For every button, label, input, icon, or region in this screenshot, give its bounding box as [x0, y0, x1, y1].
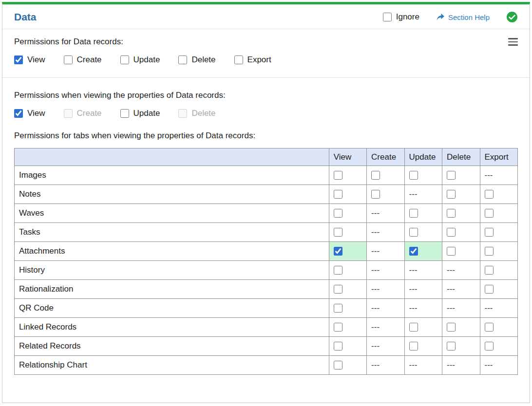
- table-corner-cell: [15, 148, 329, 166]
- cell-waves-update: [404, 204, 442, 223]
- cell-rationalization-update: ---: [404, 280, 442, 299]
- rationalization-export-checkbox[interactable]: [485, 285, 494, 294]
- waves-delete-checkbox[interactable]: [447, 209, 456, 218]
- row-label-related-records: Related Records: [15, 337, 329, 356]
- row-label-qr-code: QR Code: [15, 299, 329, 318]
- tasks-update-checkbox[interactable]: [409, 228, 418, 237]
- cell-qr-code-create: ---: [367, 299, 404, 318]
- notes-view-checkbox[interactable]: [334, 190, 342, 199]
- export-checkbox[interactable]: [234, 55, 243, 64]
- table-row-rationalization: Rationalization---------: [15, 280, 518, 299]
- attachments-export-checkbox[interactable]: [485, 247, 494, 256]
- cell-linked-records-delete: [442, 318, 480, 337]
- column-header-delete: Delete: [442, 148, 480, 166]
- records-permissions-row: Permissions for Data records:: [14, 37, 518, 47]
- permission-update[interactable]: Update: [120, 109, 160, 118]
- cell-linked-records-export: [480, 318, 518, 337]
- linked-records-update-checkbox[interactable]: [409, 323, 418, 332]
- tab-permissions-label: Permissions for tabs when viewing the pr…: [14, 131, 518, 141]
- cell-notes-view: [329, 185, 366, 204]
- create-checkbox[interactable]: [64, 55, 73, 64]
- table-row-tasks: Tasks---: [15, 223, 518, 242]
- cell-attachments-view: [329, 242, 366, 261]
- cell-tasks-delete: [442, 223, 480, 242]
- ignore-checkbox[interactable]: [383, 13, 392, 21]
- cell-attachments-create: ---: [367, 242, 404, 261]
- cell-waves-export: [480, 204, 518, 223]
- attachments-update-checkbox[interactable]: [409, 247, 418, 256]
- column-header-view: View: [329, 148, 366, 166]
- linked-records-delete-checkbox[interactable]: [447, 323, 456, 332]
- panel-header: Data Ignore Section Help: [2, 4, 530, 29]
- column-header-update: Update: [404, 148, 442, 166]
- view-checkbox[interactable]: [14, 109, 23, 118]
- cell-linked-records-create: ---: [367, 318, 404, 337]
- cell-notes-export: [480, 185, 518, 204]
- notes-export-checkbox[interactable]: [485, 190, 494, 199]
- update-checkbox-label: Update: [133, 55, 160, 65]
- row-label-attachments: Attachments: [15, 242, 329, 261]
- related-records-update-checkbox[interactable]: [409, 342, 418, 351]
- cell-notes-delete: [442, 185, 480, 204]
- cell-relationship-chart-update: ---: [404, 356, 442, 375]
- history-export-checkbox[interactable]: [485, 266, 494, 275]
- data-permissions-panel: Data Ignore Section Help Permission: [2, 2, 530, 403]
- table-row-qr-code: QR Code------------: [15, 299, 518, 318]
- linked-records-export-checkbox[interactable]: [485, 323, 494, 332]
- section-menu-icon[interactable]: [508, 37, 518, 47]
- notes-delete-checkbox[interactable]: [447, 190, 456, 199]
- qr-code-view-checkbox[interactable]: [334, 304, 342, 313]
- relationship-chart-view-checkbox[interactable]: [334, 361, 342, 369]
- images-update-checkbox[interactable]: [409, 171, 418, 180]
- update-checkbox[interactable]: [120, 109, 129, 118]
- permission-create[interactable]: Create: [64, 55, 102, 65]
- permission-delete[interactable]: Delete: [178, 55, 215, 65]
- export-checkbox-label: Export: [247, 55, 271, 65]
- permission-view[interactable]: View: [14, 109, 45, 118]
- waves-export-checkbox[interactable]: [485, 209, 494, 218]
- view-checkbox-label: View: [27, 55, 45, 65]
- cell-tasks-view: [329, 223, 366, 242]
- cell-history-create: ---: [367, 261, 404, 280]
- tasks-view-checkbox[interactable]: [334, 228, 342, 237]
- cell-attachments-update: [404, 242, 442, 261]
- tasks-delete-checkbox[interactable]: [447, 228, 456, 237]
- related-records-export-checkbox[interactable]: [485, 342, 494, 351]
- cell-rationalization-export: [480, 280, 518, 299]
- forward-arrow-icon: [436, 13, 445, 21]
- linked-records-view-checkbox[interactable]: [334, 323, 342, 332]
- cell-rationalization-view: [329, 280, 366, 299]
- cell-waves-create: ---: [367, 204, 404, 223]
- update-checkbox[interactable]: [120, 55, 129, 64]
- cell-relationship-chart-view: [329, 356, 366, 375]
- attachments-view-checkbox[interactable]: [334, 247, 342, 256]
- waves-view-checkbox[interactable]: [334, 209, 342, 218]
- related-records-view-checkbox[interactable]: [334, 342, 342, 351]
- permission-update[interactable]: Update: [120, 55, 160, 65]
- rationalization-view-checkbox[interactable]: [334, 285, 342, 294]
- related-records-delete-checkbox[interactable]: [447, 342, 456, 351]
- permission-export[interactable]: Export: [234, 55, 271, 65]
- images-view-checkbox[interactable]: [334, 171, 342, 180]
- permission-view[interactable]: View: [14, 55, 45, 65]
- row-label-tasks: Tasks: [15, 223, 329, 242]
- cell-images-delete: [442, 166, 480, 185]
- cell-images-export: ---: [480, 166, 518, 185]
- section-help-link[interactable]: Section Help: [436, 13, 490, 21]
- cell-notes-update: ---: [404, 185, 442, 204]
- images-delete-checkbox[interactable]: [447, 171, 456, 180]
- attachments-delete-checkbox[interactable]: [447, 247, 456, 256]
- view-checkbox[interactable]: [14, 55, 23, 64]
- images-create-checkbox[interactable]: [371, 171, 380, 180]
- waves-update-checkbox[interactable]: [409, 209, 418, 218]
- tasks-export-checkbox[interactable]: [485, 228, 494, 237]
- ignore-checkbox-wrap[interactable]: Ignore: [383, 12, 419, 22]
- cell-tasks-create: ---: [367, 223, 404, 242]
- cell-images-create: [367, 166, 404, 185]
- history-view-checkbox[interactable]: [334, 266, 342, 275]
- notes-create-checkbox[interactable]: [371, 190, 380, 199]
- row-label-waves: Waves: [15, 204, 329, 223]
- section-divider: [2, 77, 530, 78]
- delete-checkbox[interactable]: [178, 55, 187, 64]
- row-label-relationship-chart: Relationship Chart: [15, 356, 329, 375]
